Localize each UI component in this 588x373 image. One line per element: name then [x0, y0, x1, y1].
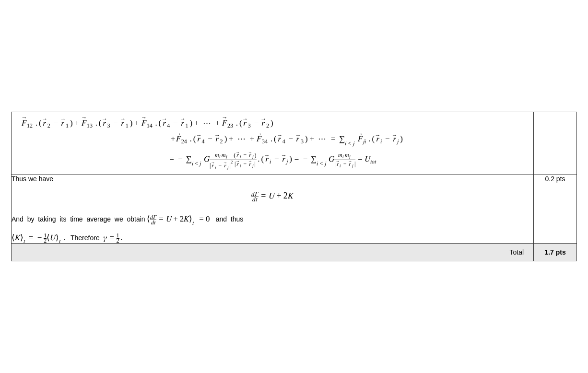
final-equation-line: ⟨K⟩t = − 1 2 ⟨U⟩t . Therefore: [12, 233, 533, 244]
equation-line2: + F→24 . (r→4 − r→2) +⋯+ F→34 . (r→4 − r…: [12, 133, 533, 147]
and-by-prefix: And by taking its time average we obtain: [12, 215, 145, 223]
equals-zero: = 0: [197, 214, 212, 223]
and-by-text-line: And by taking its time average we obtain…: [12, 210, 533, 228]
total-points: 1.7 pts: [534, 244, 577, 261]
total-row: Total 1.7 pts: [12, 244, 577, 261]
thus-we-have-text: Thus we have: [12, 175, 533, 183]
section1-content: F→12 . (r→2 − r→1) + F→13 . (r→3 − r→1) …: [12, 112, 534, 175]
section1-points-empty: [534, 112, 577, 175]
section2-points: 0.2 pts: [534, 175, 577, 243]
and-thus-text: and thus: [212, 215, 243, 223]
total-label: Total: [12, 244, 534, 261]
section1-row: F→12 . (r→2 − r→1) + F→13 . (r→3 − r→1) …: [12, 112, 577, 175]
equation-dgamma: dΓ dt = U + 2K: [12, 191, 533, 201]
main-table: F→12 . (r→2 − r→1) + F→13 . (r→3 − r→1) …: [11, 112, 577, 262]
section2-row: Thus we have dΓ dt = U + 2K: [12, 175, 577, 243]
equation-line3: = − ∑ i<j G mimj |r→i−r→j|2: [12, 152, 533, 170]
equation-line1: F→12 . (r→2 − r→1) + F→13 . (r→3 − r→1) …: [12, 117, 533, 128]
section2-content: Thus we have dΓ dt = U + 2K: [12, 175, 534, 243]
therefore-gamma-text: Therefore: [69, 234, 103, 242]
